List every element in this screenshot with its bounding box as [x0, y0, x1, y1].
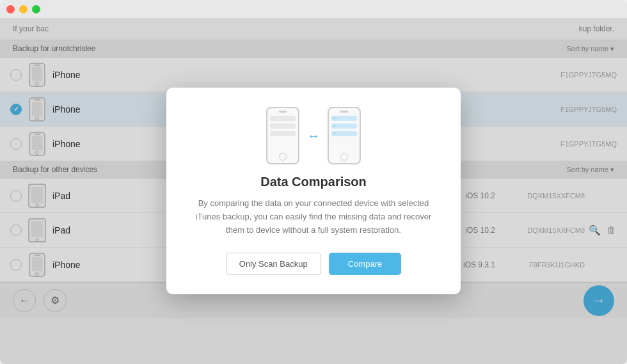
comparison-arrow: ↔	[307, 129, 320, 143]
close-button[interactable]	[6, 5, 15, 13]
phone-row	[270, 123, 296, 129]
modal-description: By comparing the data on your connected …	[192, 197, 435, 237]
modal-illustration: ↔ ✓ ✓ ✓	[266, 107, 361, 164]
phone-row-checked: ✓	[331, 131, 357, 136]
phone-right: ✓ ✓ ✓	[328, 107, 361, 164]
modal-buttons: Only Scan Backup Compare	[226, 253, 401, 275]
phone-row	[270, 116, 296, 121]
modal-title: Data Comparison	[260, 175, 367, 189]
phone-row	[270, 131, 296, 136]
compare-button[interactable]: Compare	[329, 253, 401, 275]
modal-overlay: ↔ ✓ ✓ ✓ Data Comparison By comparing the…	[0, 18, 627, 364]
maximize-button[interactable]	[32, 5, 40, 13]
app-window: If your bac kup folder. Backup for urnot…	[0, 0, 627, 364]
phone-row-checked: ✓	[331, 123, 357, 129]
main-content: If your bac kup folder. Backup for urnot…	[0, 18, 627, 364]
phone-illustration: ↔ ✓ ✓ ✓	[266, 107, 361, 164]
minimize-button[interactable]	[19, 5, 28, 13]
data-comparison-modal: ↔ ✓ ✓ ✓ Data Comparison By comparing the…	[166, 88, 461, 294]
phone-row-checked: ✓	[331, 116, 357, 121]
titlebar	[0, 0, 627, 18]
phone-left	[266, 107, 299, 164]
scan-backup-button[interactable]: Only Scan Backup	[226, 253, 321, 275]
